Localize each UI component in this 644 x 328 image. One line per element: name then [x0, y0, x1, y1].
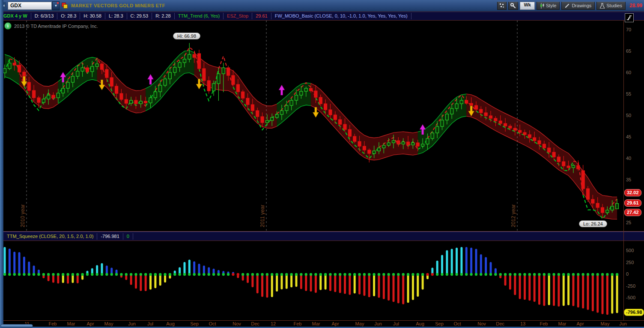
- squeeze-dot: [3, 273, 6, 276]
- squeeze-dot: [460, 273, 463, 276]
- candle-body: [134, 100, 137, 104]
- candle-body: [236, 84, 239, 92]
- squeeze-dot: [392, 273, 395, 276]
- squeeze-value-bubble: -796.98: [624, 309, 644, 316]
- price-tick-label: 35: [626, 177, 631, 182]
- squeeze-dot: [397, 273, 400, 276]
- esz-stop-study-label[interactable]: ESZ_Stop: [224, 13, 252, 19]
- studies-button-label: Studies: [606, 3, 622, 8]
- candle-body: [611, 206, 614, 210]
- squeeze-dot: [285, 273, 288, 276]
- ttm-trend-study-label[interactable]: TTM_Trend (6, Yes): [175, 13, 224, 19]
- squeeze-dot: [212, 273, 215, 276]
- wrench-icon: [510, 3, 516, 9]
- candle-body: [207, 81, 210, 91]
- squeeze-dot: [198, 273, 200, 276]
- squeeze-dot: [558, 273, 560, 276]
- horizontal-scrollbar-thumb[interactable]: [0, 324, 33, 328]
- candle-body: [285, 105, 288, 111]
- time-axis[interactable]: 11FebMarAprMayJunJulAugSepOctNovDec12Feb…: [3, 321, 623, 327]
- squeeze-dot: [538, 273, 540, 276]
- candlestick-icon: [540, 3, 544, 9]
- squeeze-chart-canvas[interactable]: [3, 241, 623, 320]
- candle-body: [339, 120, 342, 124]
- symbol-dropdown-button[interactable]: ▼: [52, 1, 60, 10]
- squeeze-dot: [295, 273, 298, 276]
- chart-settings-button[interactable]: [497, 2, 507, 10]
- price-chart-canvas[interactable]: 2010 year2011 year2012 year: [3, 21, 623, 231]
- candle-body: [377, 148, 380, 151]
- candle-body: [509, 126, 512, 128]
- squeeze-dot: [387, 273, 390, 276]
- month-label: May: [104, 321, 113, 326]
- candle-body: [242, 92, 244, 98]
- squeeze-dot: [475, 273, 477, 276]
- squeeze-dot: [183, 273, 186, 276]
- squeeze-dot: [446, 273, 448, 276]
- squeeze-dot: [480, 273, 482, 276]
- squeeze-header-bar: TTM_Squeeze (CLOSE, 20, 1.5, 2.0, 1.0) -…: [0, 232, 644, 241]
- candle-body: [13, 63, 16, 65]
- candle-body: [548, 148, 551, 152]
- last-quote: 28.99: [629, 3, 642, 9]
- candle-body: [300, 91, 303, 95]
- candle-body: [577, 166, 580, 169]
- tools-button[interactable]: [508, 2, 518, 10]
- timeframe-button[interactable]: Wk: [520, 2, 535, 10]
- candle-body: [168, 72, 171, 79]
- chart-mode-button[interactable]: [625, 13, 634, 22]
- link-squares-icon[interactable]: [62, 3, 68, 9]
- squeeze-dot: [314, 273, 317, 276]
- month-label: Dec: [496, 321, 504, 326]
- month-label: Jun: [128, 321, 136, 326]
- squeeze-dot: [343, 273, 346, 276]
- drawings-button[interactable]: Drawings: [561, 2, 595, 10]
- style-button[interactable]: Style: [537, 2, 560, 10]
- squeeze-value: -796.981: [97, 233, 123, 240]
- step-line-icon: [626, 15, 632, 21]
- candle-body: [3, 69, 6, 73]
- chart-info-bar: GDX 4 y W D: 6/3/13 O: 28.3 H: 30.58 L: …: [0, 12, 644, 21]
- low-price-bubble: Lo: 26.24: [579, 220, 607, 227]
- studies-button[interactable]: Studies: [596, 2, 626, 10]
- candle-body: [382, 145, 385, 148]
- squeeze-dot: [95, 273, 98, 276]
- candle-body: [465, 100, 468, 103]
- candle-body: [402, 142, 405, 144]
- squeeze-dot: [266, 273, 268, 276]
- squeeze-dot: [57, 273, 60, 276]
- month-label: Sep: [190, 321, 199, 326]
- candle-body: [95, 64, 98, 66]
- squeeze-dot: [173, 273, 176, 276]
- price-tick-label: 25: [626, 220, 631, 225]
- squeeze-dot: [484, 273, 487, 276]
- candle-body: [101, 64, 104, 69]
- candle-body: [441, 120, 444, 126]
- axis-divider: [623, 21, 624, 320]
- candle-body: [57, 93, 60, 98]
- squeeze-dot: [130, 273, 132, 276]
- candle-body: [499, 121, 502, 123]
- squeeze-dot: [134, 273, 137, 276]
- mobo-study-label[interactable]: FW_MOBO_Basic (CLOSE, 0, 10, -1.0, 1.0, …: [271, 13, 411, 19]
- info-circle-icon[interactable]: i: [4, 22, 12, 30]
- squeeze-dot: [144, 273, 147, 276]
- candle-body: [91, 66, 94, 72]
- squeeze-dot: [494, 273, 497, 276]
- squeeze-tick-label: 0: [626, 271, 629, 277]
- squeeze-dot: [519, 273, 521, 276]
- candle-body: [552, 152, 555, 157]
- candle-body: [295, 95, 298, 100]
- low-value: L: 28.3: [105, 13, 127, 19]
- candle-body: [421, 144, 424, 146]
- squeeze-study-label[interactable]: TTM_Squeeze (CLOSE, 20, 1.5, 2.0, 1.0): [3, 233, 97, 240]
- squeeze-dot: [431, 273, 434, 276]
- squeeze-dot: [8, 273, 11, 276]
- squeeze-dot: [421, 273, 424, 276]
- chevron-down-icon: ▼: [54, 4, 58, 8]
- candle-body: [314, 91, 317, 97]
- month-label: Jul: [147, 321, 153, 326]
- squeeze-dot: [587, 273, 589, 276]
- symbol-input[interactable]: GDX: [8, 2, 52, 10]
- squeeze-dot: [382, 273, 385, 276]
